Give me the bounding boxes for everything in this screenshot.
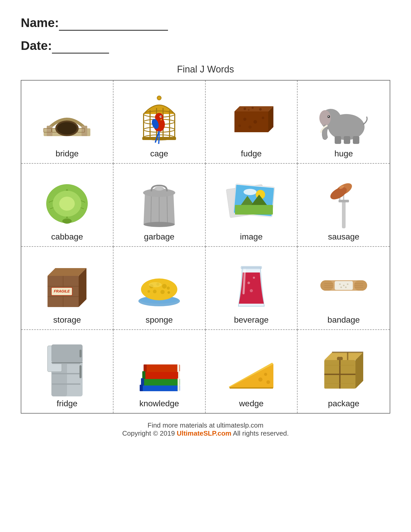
svg-point-96	[250, 289, 253, 292]
package-label: package	[328, 399, 359, 408]
svg-rect-119	[52, 383, 80, 385]
cell-storage: FRAGILE storage	[21, 247, 113, 330]
svg-point-9	[57, 122, 77, 135]
cell-cage: cage	[113, 81, 206, 164]
svg-text:FRAGILE: FRAGILE	[54, 289, 70, 293]
svg-point-36	[262, 117, 264, 119]
svg-rect-69	[339, 200, 349, 202]
svg-point-104	[347, 283, 348, 285]
huge-image	[318, 93, 370, 145]
footer: Find more materials at ultimateslp.com C…	[21, 421, 390, 437]
svg-point-38	[248, 125, 252, 129]
svg-point-95	[253, 277, 255, 279]
footer-copyright: Copyright © 2019 UltimateSLP.com All rig…	[21, 429, 390, 437]
cell-fridge: fridge	[21, 330, 113, 413]
svg-point-84	[141, 278, 177, 300]
storage-image: FRAGILE	[41, 260, 93, 311]
cell-package: package	[298, 330, 390, 413]
date-label: Date:	[21, 39, 52, 52]
svg-rect-127	[144, 364, 180, 372]
cell-wedge: wedge	[206, 330, 298, 413]
svg-point-87	[162, 284, 167, 289]
svg-point-50	[62, 218, 72, 224]
knowledge-label: knowledge	[139, 399, 179, 408]
svg-rect-44	[335, 136, 341, 144]
svg-point-26	[160, 116, 161, 117]
cage-image	[133, 93, 185, 145]
name-underline	[59, 16, 168, 31]
svg-rect-56	[157, 187, 162, 190]
fridge-label: fridge	[57, 399, 77, 408]
package-image	[318, 343, 370, 395]
svg-rect-123	[79, 350, 82, 357]
wedge-image	[225, 343, 277, 395]
image-label: image	[240, 232, 262, 242]
cabbage-image	[41, 176, 93, 228]
svg-rect-135	[140, 385, 143, 391]
svg-rect-134	[141, 378, 144, 385]
svg-point-33	[248, 109, 250, 111]
copyright-suffix: All rights reserved.	[231, 429, 289, 437]
svg-rect-129	[178, 371, 180, 379]
svg-point-92	[167, 291, 170, 294]
storage-label: storage	[53, 315, 81, 325]
svg-rect-66	[342, 200, 346, 228]
svg-rect-45	[344, 136, 350, 144]
svg-rect-122	[79, 365, 82, 378]
svg-point-90	[167, 287, 170, 290]
sponge-image	[133, 260, 185, 311]
cell-garbage: garbage	[113, 164, 206, 247]
wedge-label: wedge	[239, 399, 264, 408]
fridge-image	[41, 343, 93, 395]
svg-rect-128	[177, 364, 179, 372]
svg-rect-132	[144, 364, 147, 372]
svg-point-61	[244, 189, 257, 195]
svg-rect-120	[51, 344, 83, 363]
copyright-link: UltimateSLP.com	[177, 429, 231, 437]
cell-sponge: sponge	[113, 247, 206, 330]
fudge-label: fudge	[241, 149, 262, 158]
svg-point-34	[243, 118, 246, 121]
svg-point-88	[153, 290, 157, 293]
cell-knowledge: knowledge	[113, 330, 206, 413]
svg-point-49	[59, 197, 75, 211]
fudge-image	[225, 93, 277, 145]
svg-point-140	[264, 373, 267, 376]
svg-point-139	[258, 377, 262, 382]
cell-image: image	[206, 164, 298, 247]
image-image	[225, 176, 277, 228]
svg-point-57	[144, 222, 175, 227]
date-line: Date:	[21, 38, 390, 54]
svg-marker-138	[229, 387, 273, 389]
svg-rect-46	[353, 136, 359, 144]
name-line: Name:	[21, 16, 390, 31]
cell-bridge: bridge	[21, 81, 113, 164]
svg-rect-97	[241, 266, 262, 269]
cage-label: cage	[150, 149, 168, 158]
svg-point-103	[343, 285, 345, 286]
svg-rect-133	[142, 371, 145, 379]
knowledge-image	[133, 343, 185, 395]
svg-rect-126	[142, 371, 180, 379]
svg-marker-28	[234, 111, 268, 132]
svg-point-31	[252, 107, 254, 109]
beverage-label: beverage	[234, 315, 268, 325]
sausage-image	[318, 176, 370, 228]
svg-point-94	[247, 282, 250, 284]
huge-label: huge	[334, 149, 353, 158]
beverage-image	[225, 260, 277, 311]
cell-fudge: fudge	[206, 81, 298, 164]
cell-sausage: sausage	[298, 164, 390, 247]
svg-rect-2	[82, 126, 87, 136]
svg-point-106	[345, 287, 347, 288]
cabbage-label: cabbage	[51, 232, 83, 242]
copyright-text: Copyright © 2019	[122, 429, 177, 437]
bridge-label: bridge	[56, 149, 79, 158]
svg-rect-130	[178, 378, 180, 385]
word-grid: bridge	[21, 80, 390, 414]
svg-rect-63	[235, 205, 273, 215]
cell-beverage: beverage	[206, 247, 298, 330]
bridge-image	[41, 93, 93, 145]
header-section: Name: Date:	[21, 16, 390, 54]
bandage-label: bandage	[327, 315, 360, 325]
